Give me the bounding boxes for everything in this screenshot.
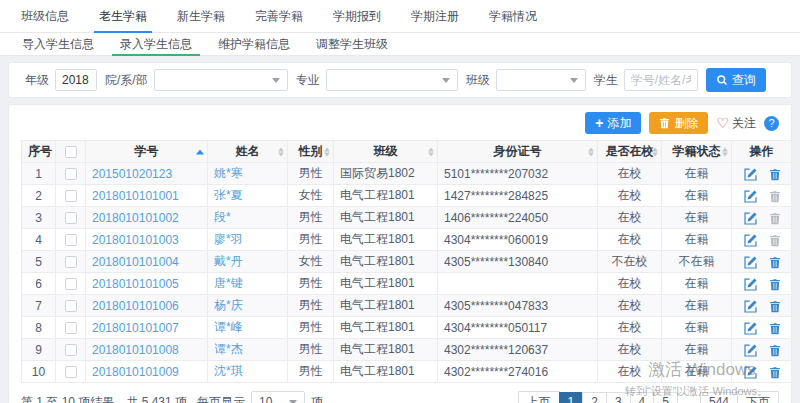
edit-icon[interactable] [744,322,757,335]
pagination-next-page[interactable]: 下页 [737,391,779,403]
filter-bar: 年级 院/系/部 专业 班级 学生 查询 [8,62,792,98]
sort-up-icon [428,147,434,151]
follow-button[interactable]: ♡ 关注 [716,115,756,132]
row-checkbox[interactable] [65,256,77,268]
subtab-maintain-record[interactable]: 维护学籍信息 [210,33,298,55]
student-search-input[interactable] [624,69,698,91]
edit-icon[interactable] [744,168,757,181]
row-checkbox[interactable] [65,234,77,246]
student-no-link[interactable]: 2018010101002 [92,211,179,225]
student-no-link[interactable]: 2018010101007 [92,321,179,335]
tab-class-info[interactable]: 班级信息 [6,0,84,32]
column-header-gender[interactable]: 性别 [288,141,334,163]
column-header-in-school[interactable]: 是否在校 [598,141,662,163]
tab-term-register[interactable]: 学期注册 [396,0,474,32]
tab-old-student[interactable]: 老生学籍 [84,0,162,32]
edit-icon[interactable] [744,366,757,379]
trash-icon[interactable] [769,322,781,335]
help-icon[interactable]: ? [764,116,779,131]
in-school-cell: 在校 [598,185,662,207]
row-index: 1 [22,163,56,185]
column-header-status[interactable]: 学籍状态 [662,141,732,163]
row-checkbox[interactable] [65,322,77,334]
column-header-class[interactable]: 班级 [334,141,438,163]
student-name-link[interactable]: 杨*庆 [214,298,243,312]
edit-icon[interactable] [744,300,757,313]
tab-complete-record[interactable]: 完善学籍 [240,0,318,32]
column-header-name[interactable]: 姓名 [208,141,288,163]
select-all-checkbox[interactable] [65,146,77,158]
student-name-link[interactable]: 廖*羽 [214,232,243,246]
department-select[interactable] [154,69,288,91]
trash-icon[interactable] [769,168,781,181]
row-checkbox[interactable] [65,190,77,202]
student-no-link[interactable]: 2018010101003 [92,233,179,247]
tab-new-student[interactable]: 新生学籍 [162,0,240,32]
in-school-cell: 在校 [598,229,662,251]
edit-icon[interactable] [744,212,757,225]
delete-button[interactable]: 删除 [649,112,708,134]
student-name-link[interactable]: 戴*丹 [214,254,243,268]
student-no-link[interactable]: 2018010101008 [92,343,179,357]
student-name-link[interactable]: 张*夏 [214,188,243,202]
trash-icon[interactable] [769,344,781,357]
edit-icon[interactable] [744,190,757,203]
subtab-adjust-class[interactable]: 调整学生班级 [308,33,396,55]
table-card: + 添加 删除 ♡ 关注 ? 序号学号姓名性别班级身份证号是否在校学籍状态操作 … [8,104,792,403]
student-name-link[interactable]: 谭*峰 [214,320,243,334]
pagination-page-1[interactable]: 1 [559,392,584,403]
add-button[interactable]: + 添加 [585,112,641,134]
student-name-link[interactable]: 姚*寒 [214,166,243,180]
student-no-link[interactable]: 2018010101006 [92,299,179,313]
row-checkbox[interactable] [65,300,77,312]
pagination-page-5[interactable]: 5 [653,392,678,403]
column-header-id-number[interactable]: 身份证号 [438,141,598,163]
search-button[interactable]: 查询 [706,68,766,92]
edit-icon[interactable] [744,344,757,357]
gender-cell: 男性 [288,207,334,229]
major-select[interactable] [326,69,458,91]
per-page-select[interactable]: 10 [251,391,305,403]
row-checkbox[interactable] [65,366,77,378]
tab-term-report[interactable]: 学期报到 [318,0,396,32]
row-checkbox[interactable] [65,212,77,224]
in-school-cell: 在校 [598,163,662,185]
subtab-import-student[interactable]: 导入学生信息 [14,33,102,55]
row-checkbox[interactable] [65,168,77,180]
tab-record-status[interactable]: 学籍情况 [474,0,552,32]
subtab-input-student[interactable]: 录入学生信息 [112,33,200,55]
student-no-link[interactable]: 2018010101004 [92,255,179,269]
in-school-cell: 在校 [598,361,662,383]
student-no-link[interactable]: 2018010101001 [92,189,179,203]
gender-cell: 男性 [288,339,334,361]
column-header-student-no[interactable]: 学号 [86,141,208,163]
student-name-link[interactable]: 段* [214,210,231,224]
class-cell: 电气工程1801 [334,229,438,251]
edit-icon[interactable] [744,256,757,269]
row-checkbox[interactable] [65,344,77,356]
pagination-page-544[interactable]: 544 [700,392,738,403]
student-name-cell: 段* [208,207,288,229]
trash-icon[interactable] [769,278,781,291]
class-select[interactable] [496,69,586,91]
trash-icon[interactable] [769,366,781,379]
row-checkbox[interactable] [65,278,77,290]
grade-input[interactable] [55,69,97,91]
student-no-cell: 2018010101005 [86,273,208,295]
student-no-link[interactable]: 2018010101009 [92,365,179,379]
student-name-link[interactable]: 唐*键 [214,276,243,290]
edit-icon[interactable] [744,278,757,291]
pagination-prev-page[interactable]: 上页 [518,391,560,403]
student-no-cell: 2018010101004 [86,251,208,273]
student-name-link[interactable]: 谭*杰 [214,342,243,356]
pagination-page-2[interactable]: 2 [582,392,607,403]
trash-icon[interactable] [769,300,781,313]
student-no-link[interactable]: 201501020123 [92,167,172,181]
trash-icon[interactable] [769,256,781,269]
pagination-page-3[interactable]: 3 [606,392,631,403]
edit-icon[interactable] [744,234,757,247]
pagination-page-4[interactable]: 4 [630,392,655,403]
student-no-link[interactable]: 2018010101005 [92,277,179,291]
id-number-cell: 4304********060019 [438,229,598,251]
student-name-link[interactable]: 沈*琪 [214,364,243,378]
